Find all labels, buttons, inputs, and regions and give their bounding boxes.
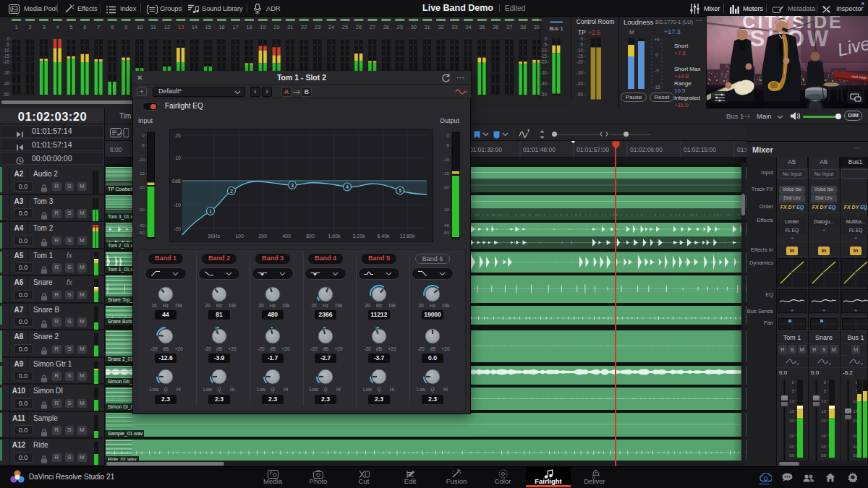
svg-text:-20: -20 <box>540 59 548 64</box>
svg-text:-15: -15 <box>443 171 450 176</box>
svg-text:-9: -9 <box>655 68 659 73</box>
svg-text:0: 0 <box>824 380 827 385</box>
svg-text:10: 10 <box>137 24 142 30</box>
svg-text:0: 0 <box>142 132 145 137</box>
svg-text:-20: -20 <box>138 184 145 189</box>
svg-text:39: 39 <box>534 24 540 30</box>
svg-text:5: 5 <box>399 188 401 193</box>
svg-text:32: 32 <box>438 24 443 30</box>
svg-text:21: 21 <box>287 24 293 30</box>
svg-text:29: 29 <box>397 24 403 30</box>
svg-text:-18: -18 <box>653 85 660 90</box>
svg-text:+9: +9 <box>654 37 660 42</box>
svg-text:01:01:48:00: 01:01:48:00 <box>523 146 556 153</box>
svg-text:10: 10 <box>789 399 794 403</box>
svg-text:7: 7 <box>97 24 100 30</box>
svg-text:-10: -10 <box>174 202 181 207</box>
svg-text:-10: -10 <box>3 48 10 53</box>
svg-text:9: 9 <box>124 24 127 30</box>
svg-text:-15: -15 <box>3 53 10 59</box>
svg-text:22: 22 <box>301 24 307 30</box>
svg-text:0: 0 <box>792 380 795 385</box>
svg-text:-10: -10 <box>576 48 584 53</box>
svg-text:20: 20 <box>273 24 279 30</box>
svg-text:20: 20 <box>789 419 794 423</box>
svg-text:20: 20 <box>821 419 826 423</box>
svg-text:-5: -5 <box>542 42 547 47</box>
svg-text:200: 200 <box>258 234 267 239</box>
svg-text:-5: -5 <box>579 42 583 47</box>
svg-text:-20: -20 <box>174 226 181 231</box>
svg-text:4: 4 <box>346 184 349 189</box>
svg-text:-40: -40 <box>138 223 145 228</box>
svg-text:50: 50 <box>789 453 794 458</box>
svg-text:-5: -5 <box>445 142 449 147</box>
svg-text:3.20k: 3.20k <box>352 234 365 239</box>
svg-text:5: 5 <box>824 389 827 393</box>
svg-text:-5: -5 <box>140 142 145 147</box>
svg-text:24: 24 <box>328 24 334 30</box>
svg-text:-40: -40 <box>540 81 548 86</box>
svg-text:23: 23 <box>315 24 320 30</box>
svg-text:6: 6 <box>83 24 86 30</box>
svg-text:1.60k: 1.60k <box>328 234 341 239</box>
svg-text:800: 800 <box>306 234 315 239</box>
svg-text:33: 33 <box>451 24 457 30</box>
svg-text:-30: -30 <box>443 207 450 212</box>
svg-text:-20: -20 <box>3 59 10 64</box>
svg-text:-30: -30 <box>3 70 10 75</box>
svg-text:-40: -40 <box>443 223 450 228</box>
svg-text:30: 30 <box>821 434 826 438</box>
svg-text:3: 3 <box>291 183 294 188</box>
svg-text:20: 20 <box>175 133 181 138</box>
svg-text:2: 2 <box>230 189 233 194</box>
svg-text:-20: -20 <box>443 184 450 189</box>
svg-text:8: 8 <box>111 24 114 30</box>
svg-text:11: 11 <box>150 24 156 30</box>
svg-text:50Hz: 50Hz <box>208 234 221 239</box>
svg-text:12.80k: 12.80k <box>399 234 415 239</box>
svg-text:-50: -50 <box>540 92 548 97</box>
svg-text:-50: -50 <box>443 230 450 235</box>
svg-text:0: 0 <box>655 52 658 57</box>
svg-text:19: 19 <box>260 24 265 30</box>
svg-text:-20: -20 <box>576 59 584 64</box>
svg-text:36: 36 <box>493 24 498 30</box>
svg-text:37: 37 <box>506 24 512 30</box>
svg-text:-50: -50 <box>138 230 145 235</box>
svg-text:-30: -30 <box>540 70 548 75</box>
svg-text:1: 1 <box>209 209 212 214</box>
svg-text:400: 400 <box>282 234 291 239</box>
svg-text:-40: -40 <box>576 81 584 86</box>
svg-text:-15: -15 <box>138 171 145 176</box>
svg-text:15: 15 <box>205 24 211 30</box>
svg-text:01:01:39:00: 01:01:39:00 <box>469 146 502 153</box>
svg-text:1: 1 <box>15 24 18 30</box>
svg-text:5: 5 <box>792 389 795 393</box>
svg-text:31: 31 <box>424 24 430 30</box>
svg-text:13: 13 <box>178 24 184 30</box>
svg-text:27: 27 <box>370 24 375 30</box>
svg-text:25: 25 <box>342 24 348 30</box>
svg-text:34: 34 <box>465 24 471 30</box>
svg-text:100: 100 <box>235 234 244 239</box>
svg-text:2: 2 <box>29 24 32 30</box>
svg-text:-5: -5 <box>5 42 9 47</box>
svg-text:15: 15 <box>789 409 794 414</box>
svg-text:40: 40 <box>789 445 794 449</box>
svg-text:30: 30 <box>789 434 794 438</box>
svg-text:4: 4 <box>56 24 59 30</box>
svg-text:01:02:15:00: 01:02:15:00 <box>684 146 716 153</box>
svg-text:-15: -15 <box>576 53 584 59</box>
svg-text:-10: -10 <box>540 48 548 53</box>
svg-text:01:01:57:00: 01:01:57:00 <box>576 146 609 153</box>
svg-text:0: 0 <box>580 36 583 41</box>
svg-text:-10: -10 <box>443 157 450 162</box>
svg-text:28: 28 <box>383 24 389 30</box>
svg-text:35: 35 <box>479 24 485 30</box>
svg-text:16: 16 <box>218 24 224 30</box>
svg-text:-40: -40 <box>3 81 10 86</box>
svg-text:38: 38 <box>520 24 526 30</box>
svg-text:6:00: 6:00 <box>110 146 122 153</box>
svg-text:01:02:06:00: 01:02:06:00 <box>630 146 663 153</box>
